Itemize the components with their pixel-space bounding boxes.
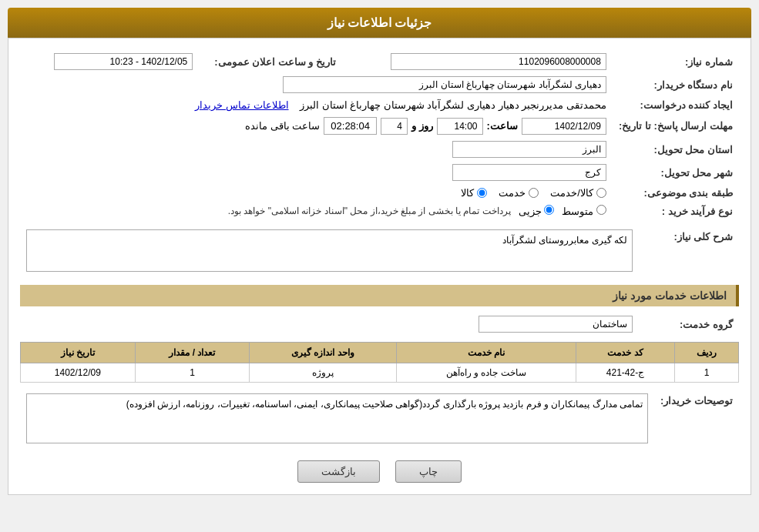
- need-desc-textarea[interactable]: لکه گیری معابرروستای لشگرآباد: [26, 229, 633, 272]
- table-cell-code: ج-42-421: [576, 363, 675, 383]
- top-info-table: شماره نیاز: 1102096008000008 تاریخ و ساع…: [20, 50, 739, 220]
- buyer-desc-label: توصیحات خریدار:: [654, 390, 739, 449]
- table-cell-row: 1: [675, 363, 739, 383]
- page-header: جزئیات اطلاعات نیاز: [8, 8, 751, 38]
- col-header-row: ردیف: [675, 343, 739, 363]
- need-number-label: شماره نیاز:: [613, 50, 739, 73]
- table-cell-name: ساخت جاده و راه‌آهن: [396, 363, 576, 383]
- col-header-unit: واحد اندازه گیری: [250, 343, 396, 363]
- province-value: البرز: [452, 141, 606, 158]
- days-label: روز و: [411, 120, 433, 132]
- buyer-org-value: دهیاری لشگرآباد شهرستان چهارباغ استان ال…: [283, 76, 606, 93]
- announce-date-value: 1402/12/05 - 10:23: [54, 53, 193, 70]
- table-cell-quantity: 1: [135, 363, 250, 383]
- buyer-org-label: نام دستگاه خریدار:: [613, 73, 739, 96]
- table-cell-unit: پروژه: [250, 363, 396, 383]
- process-option-motavaset[interactable]: متوسط: [562, 205, 606, 217]
- service-group-value: ساختمان: [479, 316, 633, 333]
- category-option-kala[interactable]: کالا: [461, 187, 487, 199]
- process-label: نوع فرآیند خرید :: [613, 202, 739, 220]
- button-row: چاپ بازگشت: [20, 460, 739, 483]
- col-header-name: نام خدمت: [396, 343, 576, 363]
- print-button[interactable]: چاپ: [395, 460, 462, 483]
- page-container: جزئیات اطلاعات نیاز شماره نیاز: 11020960…: [0, 0, 759, 532]
- buyer-desc-textarea[interactable]: تمامی مدارگ پیمانکاران و فرم بازدید پروژ…: [26, 393, 648, 443]
- need-desc-wrapper: لکه گیری معابرروستای لشگرآباد: [26, 229, 633, 274]
- col-header-code: کد خدمت: [576, 343, 675, 363]
- main-content: شماره نیاز: 1102096008000008 تاریخ و ساع…: [8, 38, 751, 495]
- service-group-label: گروه خدمت:: [639, 313, 739, 336]
- services-section-title: اطلاعات خدمات مورد نیاز: [20, 285, 739, 306]
- page-title: جزئیات اطلاعات نیاز: [327, 16, 432, 29]
- category-label: طبقه بندی موضوعی:: [613, 184, 739, 202]
- send-deadline-date: 1402/12/09: [522, 118, 606, 135]
- col-header-qty: تعداد / مقدار: [135, 343, 250, 363]
- process-type-row: متوسط جزیی پرداخت تمام یا بخشی از مبلغ خ…: [26, 205, 606, 217]
- process-note: پرداخت تمام یا بخشی از مبلغ خرید،از محل …: [228, 206, 511, 216]
- city-label: شهر محل تحویل:: [613, 161, 739, 184]
- creator-label: ایجاد کننده درخواست:: [613, 96, 739, 114]
- countdown-value: 02:28:04: [324, 117, 377, 135]
- province-label: استان محل تحویل:: [613, 138, 739, 161]
- category-radio-group: کالا/خدمت خدمت کالا: [26, 187, 606, 199]
- process-option-jozi[interactable]: جزیی: [519, 205, 555, 217]
- category-option-kala-khedmat[interactable]: کالا/خدمت: [550, 187, 606, 199]
- city-value: کرج: [452, 164, 606, 181]
- contact-link[interactable]: اطلاعات تماس خریدار: [195, 99, 288, 111]
- send-deadline-days: 4: [381, 118, 408, 135]
- table-cell-date: 1402/12/09: [21, 363, 136, 383]
- creator-value: محمدتقی مدیررنجبر دهیار دهیاری لشگرآباد …: [300, 99, 606, 111]
- announce-date-label: تاریخ و ساعت اعلان عمومی:: [199, 50, 342, 73]
- need-desc-label: شرح کلی نیاز:: [639, 226, 739, 277]
- back-button[interactable]: بازگشت: [297, 460, 380, 483]
- table-row: 1ج-42-421ساخت جاده و راه‌آهنپروژه11402/1…: [21, 363, 739, 383]
- send-deadline-label: مهلت ارسال پاسخ: تا تاریخ:: [613, 114, 739, 138]
- time-label: ساعت:: [487, 120, 518, 132]
- services-table: ردیف کد خدمت نام خدمت واحد اندازه گیری ت…: [20, 342, 739, 383]
- need-number-value: 1102096008000008: [391, 53, 606, 70]
- category-option-khedmat[interactable]: خدمت: [499, 187, 539, 199]
- col-header-date: تاریخ نیاز: [21, 343, 136, 363]
- countdown-label: ساعت باقی مانده: [245, 120, 320, 132]
- need-desc-section: شرح کلی نیاز: لکه گیری معابرروستای لشگرآ…: [20, 226, 739, 277]
- send-deadline-time: 14:00: [437, 118, 483, 135]
